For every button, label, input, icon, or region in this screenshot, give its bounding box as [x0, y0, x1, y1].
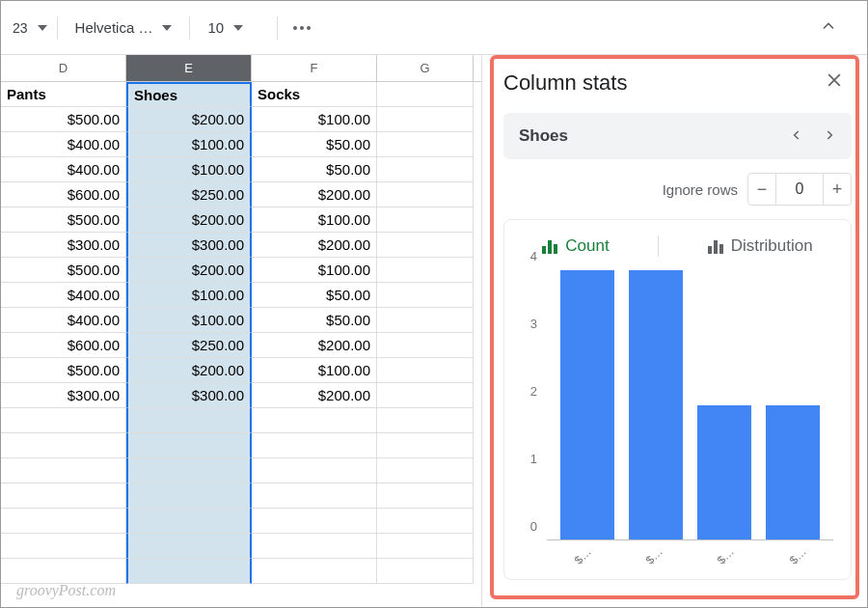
cell[interactable]: $300.00: [1, 383, 126, 408]
cell[interactable]: [377, 433, 474, 458]
cell[interactable]: [1, 458, 126, 484]
tab-distribution[interactable]: Distribution: [708, 236, 813, 256]
ignore-rows-input[interactable]: [776, 173, 823, 206]
cell[interactable]: $100.00: [252, 207, 377, 233]
cell[interactable]: $400.00: [1, 308, 126, 333]
header-cell[interactable]: Socks: [252, 82, 377, 107]
ignore-rows-decrement[interactable]: −: [747, 173, 776, 206]
cell[interactable]: [252, 458, 377, 484]
cell[interactable]: $100.00: [126, 283, 252, 308]
cell[interactable]: $50.00: [252, 283, 377, 308]
cell[interactable]: [126, 408, 252, 433]
cell[interactable]: [377, 207, 474, 233]
column-header[interactable]: E: [126, 55, 252, 81]
cell[interactable]: $100.00: [252, 258, 377, 283]
cell[interactable]: $100.00: [252, 358, 377, 383]
cell[interactable]: [377, 157, 474, 182]
cell[interactable]: [377, 308, 474, 333]
cell[interactable]: $300.00: [126, 233, 252, 258]
cell[interactable]: [377, 258, 474, 283]
chart-bar[interactable]: [697, 405, 751, 540]
cell[interactable]: $50.00: [252, 157, 377, 182]
cell[interactable]: [1, 534, 126, 559]
chart-bar[interactable]: [629, 270, 683, 539]
cell[interactable]: [252, 433, 377, 458]
cell[interactable]: $100.00: [126, 308, 252, 333]
cell[interactable]: [377, 333, 474, 358]
cell[interactable]: [126, 458, 252, 484]
cell[interactable]: $200.00: [252, 182, 377, 207]
cell[interactable]: [252, 509, 377, 534]
cell[interactable]: [1, 509, 126, 534]
cell[interactable]: [377, 484, 474, 509]
cell[interactable]: [1, 559, 126, 584]
cell[interactable]: $400.00: [1, 283, 126, 308]
cell[interactable]: $500.00: [1, 258, 126, 283]
header-cell[interactable]: [377, 82, 474, 107]
cell[interactable]: [126, 484, 252, 509]
cell[interactable]: [377, 132, 474, 157]
cell[interactable]: [126, 433, 252, 458]
cell[interactable]: [377, 458, 474, 484]
cell[interactable]: $500.00: [1, 358, 126, 383]
chart-bar[interactable]: [560, 270, 614, 539]
cell[interactable]: $400.00: [1, 132, 126, 157]
cell[interactable]: [126, 509, 252, 534]
cell[interactable]: $50.00: [252, 308, 377, 333]
cell[interactable]: $100.00: [252, 107, 377, 132]
cell[interactable]: $100.00: [126, 157, 252, 182]
cell[interactable]: [1, 433, 126, 458]
cell[interactable]: $300.00: [1, 233, 126, 258]
cell[interactable]: $200.00: [252, 383, 377, 408]
cell[interactable]: [377, 107, 474, 132]
tab-count[interactable]: Count: [542, 236, 609, 256]
cell[interactable]: $200.00: [252, 233, 377, 258]
chart-bar[interactable]: [766, 405, 820, 540]
cell[interactable]: [126, 559, 252, 584]
cell[interactable]: [377, 534, 474, 559]
cell[interactable]: $600.00: [1, 333, 126, 358]
cell[interactable]: $500.00: [1, 107, 126, 132]
column-header[interactable]: G: [377, 55, 474, 81]
cell[interactable]: [252, 484, 377, 509]
cell[interactable]: $500.00: [1, 207, 126, 233]
cell[interactable]: [377, 182, 474, 207]
cell[interactable]: $300.00: [126, 383, 252, 408]
cell[interactable]: $200.00: [126, 207, 252, 233]
next-column-button[interactable]: [823, 128, 836, 145]
previous-column-button[interactable]: [790, 128, 803, 145]
cell[interactable]: [377, 559, 474, 584]
font-size-picker[interactable]: 10: [200, 15, 267, 40]
cell[interactable]: [377, 283, 474, 308]
header-cell[interactable]: Pants: [1, 82, 126, 107]
more-menu-button[interactable]: [287, 20, 316, 36]
cell[interactable]: [377, 509, 474, 534]
cell[interactable]: [377, 408, 474, 433]
cell[interactable]: $100.00: [126, 132, 252, 157]
cell[interactable]: [377, 358, 474, 383]
cell[interactable]: [1, 484, 126, 509]
cell[interactable]: $200.00: [252, 333, 377, 358]
cell[interactable]: $200.00: [126, 107, 252, 132]
cell[interactable]: $250.00: [126, 333, 252, 358]
cell[interactable]: $250.00: [126, 182, 252, 207]
cell[interactable]: $200.00: [126, 258, 252, 283]
close-button[interactable]: [825, 70, 844, 93]
cell[interactable]: [252, 408, 377, 433]
column-header[interactable]: D: [1, 55, 126, 81]
cell[interactable]: [252, 534, 377, 559]
cell[interactable]: [252, 559, 377, 584]
cell[interactable]: [377, 233, 474, 258]
cell[interactable]: $400.00: [1, 157, 126, 182]
cell[interactable]: $50.00: [252, 132, 377, 157]
collapse-toolbar-button[interactable]: [819, 16, 838, 39]
cell[interactable]: $600.00: [1, 182, 126, 207]
cell[interactable]: $200.00: [126, 358, 252, 383]
header-cell[interactable]: Shoes: [126, 82, 252, 107]
font-picker[interactable]: Helvetica …: [68, 15, 180, 40]
cell[interactable]: [1, 408, 126, 433]
cell[interactable]: [126, 534, 252, 559]
ignore-rows-increment[interactable]: +: [823, 173, 852, 206]
spreadsheet-grid[interactable]: DEFG PantsShoesSocks$500.00$200.00$100.0…: [1, 55, 481, 607]
column-header[interactable]: F: [252, 55, 377, 81]
